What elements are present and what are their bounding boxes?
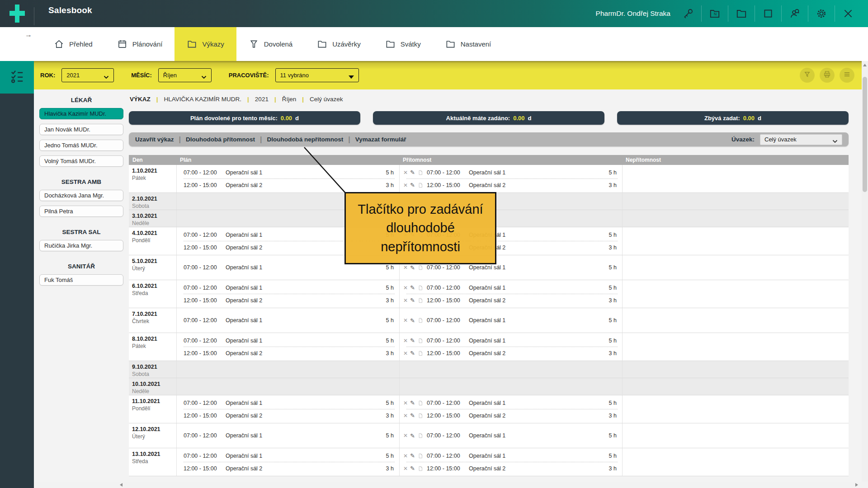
edit-icon[interactable]: ✎ xyxy=(410,452,415,459)
scroll-left-icon[interactable] xyxy=(120,483,123,487)
copy-icon[interactable] xyxy=(417,400,424,406)
entry-time: 07:00 - 12:00 xyxy=(184,453,226,459)
copy-icon[interactable] xyxy=(417,338,424,344)
edit-icon[interactable]: ✎ xyxy=(410,399,415,406)
horizontal-scrollbar[interactable] xyxy=(34,482,868,488)
tab-prehled[interactable]: Přehled xyxy=(42,27,105,61)
uvazek-select[interactable]: Celý úvazek xyxy=(760,134,842,145)
sidebar-item-jedno-tomas-mudr[interactable]: Jedno Tomáš MUDr. xyxy=(39,140,123,151)
copy-icon[interactable] xyxy=(417,264,424,271)
scroll-up-icon[interactable] xyxy=(863,64,867,66)
tab-planovani[interactable]: Plánování xyxy=(105,27,175,61)
delete-icon[interactable]: ✕ xyxy=(403,264,408,271)
delete-icon[interactable]: ✕ xyxy=(403,413,408,419)
sidebar-item-volny-tomas-mudr[interactable]: Volný Tomáš MUDr. xyxy=(39,155,123,167)
tab-svatky[interactable]: Svátky xyxy=(373,27,433,61)
edit-icon[interactable]: ✎ xyxy=(410,169,415,176)
sidebar-toggle-button[interactable] xyxy=(0,61,34,94)
sidebar-item-fuk-tomas[interactable]: Fuk Tomáš xyxy=(39,274,123,286)
delete-icon[interactable]: ✕ xyxy=(403,338,408,344)
edit-icon[interactable]: ✎ xyxy=(410,297,415,304)
menu-button[interactable] xyxy=(840,68,854,83)
sidebar-item-jan-novak-mudr[interactable]: Jan Novák MUDr. xyxy=(39,124,123,135)
edit-icon[interactable]: ✎ xyxy=(410,182,415,188)
breadcrumb-item: Říjen xyxy=(282,96,297,103)
entry-hours: 3 h xyxy=(375,297,394,304)
window-icon[interactable] xyxy=(762,7,774,20)
vertical-scrollbar[interactable] xyxy=(862,61,868,488)
edit-icon[interactable]: ✎ xyxy=(410,317,415,324)
sidebar-section-title: SESTRA AMB xyxy=(34,178,129,185)
gear-icon[interactable] xyxy=(815,7,828,20)
edit-icon[interactable]: ✎ xyxy=(410,432,415,439)
delete-icon[interactable]: ✕ xyxy=(403,285,408,291)
forward-arrow-icon[interactable]: → xyxy=(25,31,32,39)
copy-icon[interactable] xyxy=(417,297,424,304)
delete-icon[interactable]: ✕ xyxy=(403,350,408,357)
mesic-select[interactable]: Říjen xyxy=(158,68,212,82)
sidebar-item-pilna-petra[interactable]: Pilná Petra xyxy=(39,206,123,217)
table-cell: ✕✎07:00 - 12:00Operační sál 15 h xyxy=(399,423,622,448)
edit-icon[interactable]: ✎ xyxy=(410,284,415,291)
edit-icon[interactable]: ✎ xyxy=(410,337,415,344)
filter-button[interactable] xyxy=(800,68,815,83)
delete-icon[interactable]: ✕ xyxy=(403,453,408,459)
table-cell: ✕✎07:00 - 12:00Operační sál 15 h✕✎12:00 … xyxy=(399,280,622,308)
pracoviste-select[interactable]: 11 vybráno xyxy=(275,68,359,82)
copy-icon[interactable] xyxy=(417,432,424,439)
delete-icon[interactable]: ✕ xyxy=(403,182,408,188)
entry-hours: 3 h xyxy=(598,297,617,304)
copy-icon[interactable] xyxy=(417,350,424,357)
toolbar-action-dlouhodoba-nepritomnost[interactable]: Dlouhodobá nepřítomnost xyxy=(267,136,344,143)
scroll-right-icon[interactable] xyxy=(855,483,858,487)
tab-uzaverky[interactable]: Uzávěrky xyxy=(305,27,373,61)
day-cell: 1.10.2021Pátek xyxy=(129,165,176,192)
tab-vykazy[interactable]: Výkazy xyxy=(175,27,236,61)
sidebar-item-hlavicka-kazimir-mudr[interactable]: Hlavička Kazimír MUDr. xyxy=(39,108,123,119)
entry-hours: 3 h xyxy=(598,350,617,357)
vertical-scrollbar-thumb[interactable] xyxy=(863,77,867,192)
entry-place: Operační sál 2 xyxy=(469,413,598,419)
delete-icon[interactable]: ✕ xyxy=(403,400,408,406)
sidebar-item-rucicka-jirka-mgr[interactable]: Ručička Jirka Mgr. xyxy=(39,240,123,251)
icon-divider xyxy=(808,5,808,22)
copy-icon[interactable] xyxy=(417,465,424,472)
rok-select[interactable]: 2021 xyxy=(61,68,114,82)
copy-icon[interactable] xyxy=(417,182,424,188)
entry-time: 12:00 - 15:00 xyxy=(427,413,469,419)
absence-cell xyxy=(622,308,849,333)
delete-icon[interactable]: ✕ xyxy=(403,465,408,472)
delete-icon[interactable]: ✕ xyxy=(403,169,408,176)
folder-n-icon[interactable]: N xyxy=(708,7,721,20)
delete-icon[interactable]: ✕ xyxy=(403,297,408,304)
entry-hours: 5 h xyxy=(375,453,394,459)
copy-icon[interactable] xyxy=(417,285,424,291)
user-search-icon[interactable] xyxy=(788,7,801,20)
folder-icon xyxy=(187,39,197,49)
toolbar-action-uzavrit-vykaz[interactable]: Uzavřít výkaz xyxy=(135,136,174,143)
entry-hours: 5 h xyxy=(375,264,394,271)
edit-icon[interactable]: ✎ xyxy=(410,264,415,271)
delete-icon[interactable]: ✕ xyxy=(403,317,408,324)
tab-nastaveni[interactable]: Nastavení xyxy=(433,27,504,61)
toolbar-action-dlouhodoba-pritomnost[interactable]: Dlouhodobá přítomnost xyxy=(186,136,255,143)
folder-icon[interactable] xyxy=(735,7,748,20)
day-cell: 11.10.2021Pondělí xyxy=(129,395,176,423)
copy-icon[interactable] xyxy=(417,453,424,459)
edit-icon[interactable]: ✎ xyxy=(410,350,415,357)
toolbar-action-vymazat-formular[interactable]: Vymazat formulář xyxy=(355,136,406,143)
tab-dovolena[interactable]: Dovolená xyxy=(236,27,305,61)
copy-icon[interactable] xyxy=(417,317,424,324)
print-button[interactable] xyxy=(820,68,835,83)
day-cell: 4.10.2021Pondělí xyxy=(129,227,176,255)
edit-icon[interactable]: ✎ xyxy=(410,465,415,472)
key-icon[interactable] xyxy=(682,7,694,20)
entry-place: Operační sál 1 xyxy=(226,169,375,176)
delete-icon[interactable]: ✕ xyxy=(403,432,408,439)
copy-icon[interactable] xyxy=(417,413,424,419)
close-icon[interactable] xyxy=(842,7,854,20)
entry-place: Operační sál 1 xyxy=(226,317,375,324)
edit-icon[interactable]: ✎ xyxy=(410,412,415,419)
sidebar-item-dochazkova-jana-mgr[interactable]: Docházková Jana Mgr. xyxy=(39,190,123,201)
copy-icon[interactable] xyxy=(417,169,424,176)
